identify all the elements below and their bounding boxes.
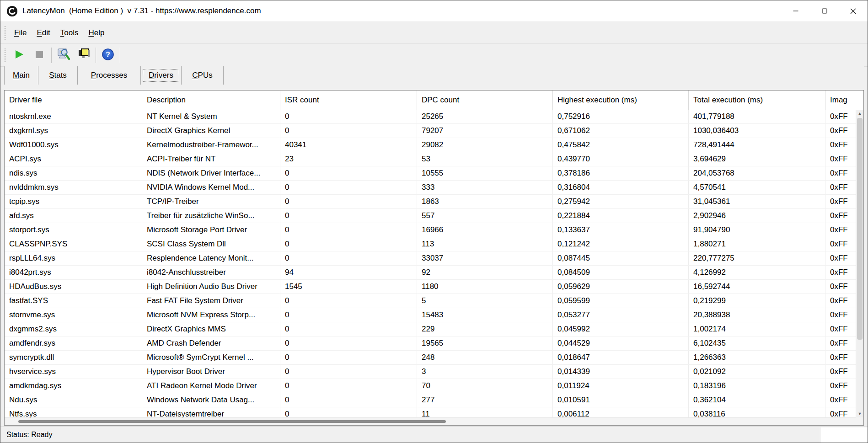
table-cell: 4,570541 xyxy=(689,181,825,194)
table-row[interactable]: amdkmdag.sysATI Radeon Kernel Mode Drive… xyxy=(5,379,856,393)
table-cell: tcpip.sys xyxy=(5,195,142,208)
title-bar: LatencyMon (Home Edition ) v 7.31 - http… xyxy=(0,0,868,22)
start-monitor-button[interactable] xyxy=(9,46,29,64)
table-cell: amdkmdag.sys xyxy=(5,379,142,393)
table-cell: 92 xyxy=(417,266,553,279)
table-cell: 0 xyxy=(280,195,417,208)
table-cell: AMD Crash Defender xyxy=(142,336,280,350)
table-row[interactable]: rspLLL64.sysResplendence Latency Monit..… xyxy=(5,251,856,266)
table-row[interactable]: storport.sysMicrosoft Storage Port Drive… xyxy=(5,223,856,237)
table-row[interactable]: nvlddmkm.sysNVIDIA Windows Kernel Mod...… xyxy=(5,181,856,195)
table-row[interactable]: stornvme.sysMicrosoft NVM Express Storp.… xyxy=(5,308,856,322)
table-row[interactable]: Ntfs.sysNT-Dateisystemtreiber0110,006112… xyxy=(5,407,856,417)
column-header-1[interactable]: Driver file xyxy=(5,91,142,110)
copy-report-button[interactable] xyxy=(74,46,94,64)
table-row[interactable]: dxgmms2.sysDirectX Graphics MMS02290,045… xyxy=(5,322,856,336)
help-icon: ? xyxy=(102,48,114,62)
column-header-2[interactable]: Description xyxy=(142,91,280,110)
column-header-7[interactable]: Imag xyxy=(825,91,856,110)
vertical-scrollbar[interactable]: ▲ ▼ xyxy=(856,110,863,417)
menu-item-help[interactable]: Help xyxy=(83,26,109,40)
tab-stats[interactable]: Stats xyxy=(38,66,78,85)
column-header-4[interactable]: DPC count xyxy=(417,91,553,110)
table-cell: 0,038116 xyxy=(689,407,825,417)
table-cell: hvservice.sys xyxy=(5,365,142,379)
table-cell: 0 xyxy=(280,251,417,265)
minimize-button[interactable] xyxy=(781,0,810,21)
status-bar: Status: Ready xyxy=(0,427,868,443)
menu-item-edit[interactable]: Edit xyxy=(32,26,55,40)
table-cell: 79207 xyxy=(417,124,553,138)
table-row[interactable]: HDAudBus.sysHigh Definition Audio Bus Dr… xyxy=(5,280,856,294)
table-cell: 6,102435 xyxy=(689,336,825,350)
analyze-button[interactable] xyxy=(54,46,74,64)
column-header-5[interactable]: Highest execution (ms) xyxy=(553,91,689,110)
table-cell: Treiber für zusätzliche WinSo... xyxy=(142,209,280,223)
table-row[interactable]: tcpip.sysTCP/IP-Treiber018630,27594231,0… xyxy=(5,195,856,209)
menu-gripper[interactable] xyxy=(5,26,5,40)
table-row[interactable]: afd.sysTreiber für zusätzliche WinSo...0… xyxy=(5,209,856,223)
table-row[interactable]: amdfendr.sysAMD Crash Defender0195650,04… xyxy=(5,336,856,351)
table-cell: ACPI-Treiber für NT xyxy=(142,152,280,166)
table-row[interactable]: ACPI.sysACPI-Treiber für NT23530,4397703… xyxy=(5,152,856,166)
vertical-scrollbar-thumb[interactable] xyxy=(857,118,863,340)
table-cell: 0,183196 xyxy=(689,379,825,393)
table-cell: ndis.sys xyxy=(5,166,142,180)
table-cell: Wdf01000.sys xyxy=(5,138,142,152)
table-cell: 0,316804 xyxy=(553,181,689,194)
table-cell: 204,053768 xyxy=(689,166,825,180)
table-cell: 0 xyxy=(280,110,417,123)
app-logo-icon xyxy=(6,5,18,17)
tab-drivers[interactable]: Drivers xyxy=(141,66,182,85)
table-row[interactable]: dxgkrnl.sysDirectX Graphics Kernel079207… xyxy=(5,124,856,138)
table-row[interactable]: fastfat.SYSFast FAT File System Driver05… xyxy=(5,294,856,308)
table-cell: 0 xyxy=(280,294,417,308)
table-row[interactable]: CLASSPNP.SYSSCSI Class System Dll01130,1… xyxy=(5,237,856,251)
table-row[interactable]: hvservice.sysHypervisor Boot Driver030,0… xyxy=(5,365,856,379)
table-row[interactable]: i8042prt.sysi8042-Anschlusstreiber94920,… xyxy=(5,266,856,280)
toolbar-gripper[interactable] xyxy=(5,48,5,62)
tab-cpus[interactable]: CPUs xyxy=(182,66,224,85)
table-row[interactable]: ndis.sysNDIS (Network Driver Interface..… xyxy=(5,166,856,181)
scroll-down-icon[interactable]: ▼ xyxy=(856,410,863,417)
help-button[interactable]: ? xyxy=(98,46,118,64)
toolbar-separator xyxy=(120,48,120,63)
table-cell: 0,021092 xyxy=(689,365,825,379)
scrollbar-corner xyxy=(856,417,863,425)
table-cell: 557 xyxy=(417,209,553,223)
horizontal-scrollbar[interactable] xyxy=(5,417,856,425)
menu-item-file[interactable]: File xyxy=(9,26,32,40)
table-cell: 16,592744 xyxy=(689,280,825,294)
table-row[interactable]: ntoskrnl.exeNT Kernel & System0252650,75… xyxy=(5,110,856,124)
table-cell: 0 xyxy=(280,407,417,417)
table-cell: i8042-Anschlusstreiber xyxy=(142,266,280,279)
table-cell: 4,126992 xyxy=(689,266,825,279)
tab-main[interactable]: Main xyxy=(5,66,38,85)
table-row[interactable]: Ndu.sysWindows Network Data Usag...02770… xyxy=(5,393,856,407)
table-cell: 0,006112 xyxy=(553,407,689,417)
table-cell: 19565 xyxy=(417,336,553,350)
table-cell: Microsoft NVM Express Storp... xyxy=(142,308,280,322)
table-cell: 0xFF xyxy=(825,152,856,166)
scroll-up-icon[interactable]: ▲ xyxy=(856,110,863,117)
table-cell: stornvme.sys xyxy=(5,308,142,322)
table-cell: 0,045992 xyxy=(553,322,689,336)
table-cell: Resplendence Latency Monit... xyxy=(142,251,280,265)
horizontal-scrollbar-thumb[interactable] xyxy=(18,420,446,423)
tab-processes[interactable]: Processes xyxy=(78,66,141,85)
table-cell: 3 xyxy=(417,365,553,379)
table-row[interactable]: Wdf01000.sysKernelmodustreiber-Framewor.… xyxy=(5,138,856,152)
stop-monitor-button[interactable] xyxy=(29,46,49,64)
table-row[interactable]: symcryptk.dllMicrosoft® SymCrypt Kernel … xyxy=(5,351,856,365)
table-cell: afd.sys xyxy=(5,209,142,223)
table-cell: 25265 xyxy=(417,110,553,123)
table-cell: symcryptk.dll xyxy=(5,351,142,364)
menu-item-tools[interactable]: Tools xyxy=(55,26,84,40)
maximize-button[interactable] xyxy=(810,0,839,21)
column-header-6[interactable]: Total execution (ms) xyxy=(689,91,825,110)
table-cell: 0,053277 xyxy=(553,308,689,322)
column-header-3[interactable]: ISR count xyxy=(280,91,417,110)
table-cell: NDIS (Network Driver Interface... xyxy=(142,166,280,180)
table-cell: 0,087445 xyxy=(553,251,689,265)
close-button[interactable] xyxy=(839,0,868,21)
